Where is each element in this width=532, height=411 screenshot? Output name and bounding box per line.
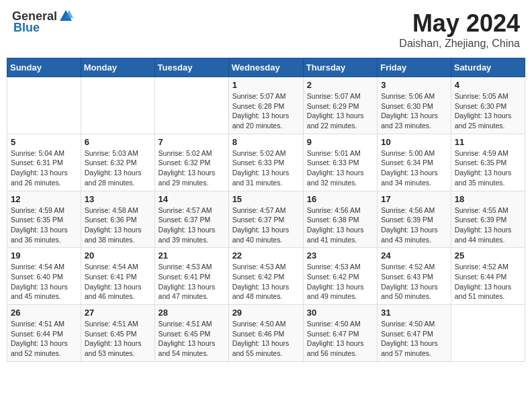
day-number: 9 [307, 137, 373, 147]
calendar-cell: 19Sunrise: 4:54 AMSunset: 6:40 PMDayligh… [7, 248, 81, 305]
calendar-cell: 31Sunrise: 4:50 AMSunset: 6:47 PMDayligh… [378, 305, 451, 362]
calendar-cell: 16Sunrise: 4:56 AMSunset: 6:38 PMDayligh… [303, 191, 377, 248]
calendar-week-2: 12Sunrise: 4:59 AMSunset: 6:35 PMDayligh… [7, 191, 525, 248]
day-number: 12 [11, 194, 77, 204]
calendar-table: SundayMondayTuesdayWednesdayThursdayFrid… [7, 58, 525, 362]
calendar-header-tuesday: Tuesday [154, 58, 228, 77]
calendar-cell: 1Sunrise: 5:07 AMSunset: 6:28 PMDaylight… [228, 77, 303, 134]
calendar-cell: 3Sunrise: 5:06 AMSunset: 6:30 PMDaylight… [378, 77, 451, 134]
logo: General Blue [12, 9, 73, 35]
day-info: Sunrise: 5:01 AMSunset: 6:33 PMDaylight:… [307, 148, 373, 188]
calendar-cell: 2Sunrise: 5:07 AMSunset: 6:29 PMDaylight… [303, 77, 377, 134]
day-number: 5 [11, 137, 77, 147]
calendar-header-saturday: Saturday [451, 58, 525, 77]
calendar-week-1: 5Sunrise: 5:04 AMSunset: 6:31 PMDaylight… [7, 134, 525, 191]
logo-icon [58, 9, 73, 24]
calendar-cell: 11Sunrise: 4:59 AMSunset: 6:35 PMDayligh… [451, 134, 525, 191]
day-number: 30 [307, 308, 373, 318]
day-number: 31 [381, 308, 447, 318]
day-number: 21 [159, 250, 225, 261]
calendar-cell: 13Sunrise: 4:58 AMSunset: 6:36 PMDayligh… [81, 191, 154, 248]
calendar-cell: 18Sunrise: 4:55 AMSunset: 6:39 PMDayligh… [451, 191, 525, 248]
day-number: 15 [232, 194, 300, 204]
day-info: Sunrise: 4:55 AMSunset: 6:39 PMDaylight:… [455, 205, 521, 245]
calendar-cell [81, 77, 154, 134]
day-info: Sunrise: 4:52 AMSunset: 6:44 PMDaylight:… [455, 262, 521, 302]
day-number: 2 [307, 80, 373, 90]
day-info: Sunrise: 5:06 AMSunset: 6:30 PMDaylight:… [381, 91, 447, 131]
calendar-cell: 29Sunrise: 4:50 AMSunset: 6:46 PMDayligh… [228, 305, 303, 362]
calendar-cell: 9Sunrise: 5:01 AMSunset: 6:33 PMDaylight… [303, 134, 377, 191]
day-number: 6 [85, 137, 151, 147]
day-number: 14 [159, 194, 225, 204]
calendar-cell [154, 77, 228, 134]
day-number: 4 [455, 80, 521, 90]
calendar-header-monday: Monday [81, 58, 154, 77]
day-info: Sunrise: 4:56 AMSunset: 6:38 PMDaylight:… [307, 205, 373, 245]
calendar-cell: 23Sunrise: 4:53 AMSunset: 6:42 PMDayligh… [303, 248, 377, 305]
day-info: Sunrise: 4:53 AMSunset: 6:42 PMDaylight:… [307, 262, 373, 302]
day-number: 29 [232, 308, 300, 318]
day-info: Sunrise: 5:04 AMSunset: 6:31 PMDaylight:… [11, 148, 77, 188]
day-info: Sunrise: 4:59 AMSunset: 6:35 PMDaylight:… [455, 148, 521, 188]
day-info: Sunrise: 5:00 AMSunset: 6:34 PMDaylight:… [381, 148, 447, 188]
calendar-body: 1Sunrise: 5:07 AMSunset: 6:28 PMDaylight… [7, 77, 525, 362]
day-number: 17 [381, 194, 447, 204]
day-number: 27 [85, 308, 151, 318]
day-info: Sunrise: 4:54 AMSunset: 6:40 PMDaylight:… [11, 262, 77, 302]
calendar-cell: 6Sunrise: 5:03 AMSunset: 6:32 PMDaylight… [81, 134, 154, 191]
day-number: 10 [381, 137, 447, 147]
day-number: 23 [307, 250, 373, 261]
calendar-cell: 4Sunrise: 5:05 AMSunset: 6:30 PMDaylight… [451, 77, 525, 134]
day-number: 20 [85, 250, 151, 261]
calendar-cell: 7Sunrise: 5:02 AMSunset: 6:32 PMDaylight… [154, 134, 228, 191]
calendar-header-row: SundayMondayTuesdayWednesdayThursdayFrid… [7, 58, 525, 77]
calendar-week-4: 26Sunrise: 4:51 AMSunset: 6:44 PMDayligh… [7, 305, 525, 362]
calendar-header-wednesday: Wednesday [228, 58, 303, 77]
day-number: 13 [85, 194, 151, 204]
day-info: Sunrise: 4:53 AMSunset: 6:41 PMDaylight:… [159, 262, 225, 302]
day-number: 1 [232, 80, 300, 90]
logo-blue-text: Blue [13, 21, 40, 35]
day-info: Sunrise: 5:05 AMSunset: 6:30 PMDaylight:… [455, 91, 521, 131]
day-info: Sunrise: 4:51 AMSunset: 6:45 PMDaylight:… [85, 319, 151, 359]
page-header: General Blue May 2024 Daishan, Zhejiang,… [7, 7, 525, 52]
calendar-cell: 30Sunrise: 4:50 AMSunset: 6:47 PMDayligh… [303, 305, 377, 362]
calendar-cell: 25Sunrise: 4:52 AMSunset: 6:44 PMDayligh… [451, 248, 525, 305]
day-number: 24 [381, 250, 447, 261]
day-number: 11 [455, 137, 521, 147]
day-info: Sunrise: 4:57 AMSunset: 6:37 PMDaylight:… [232, 205, 300, 245]
day-number: 3 [381, 80, 447, 90]
day-info: Sunrise: 4:53 AMSunset: 6:42 PMDaylight:… [232, 262, 300, 302]
calendar-cell: 22Sunrise: 4:53 AMSunset: 6:42 PMDayligh… [228, 248, 303, 305]
day-info: Sunrise: 4:56 AMSunset: 6:39 PMDaylight:… [381, 205, 447, 245]
calendar-cell: 8Sunrise: 5:02 AMSunset: 6:33 PMDaylight… [228, 134, 303, 191]
calendar-cell: 20Sunrise: 4:54 AMSunset: 6:41 PMDayligh… [81, 248, 154, 305]
day-info: Sunrise: 5:02 AMSunset: 6:33 PMDaylight:… [232, 148, 300, 188]
day-number: 16 [307, 194, 373, 204]
calendar-cell: 10Sunrise: 5:00 AMSunset: 6:34 PMDayligh… [378, 134, 451, 191]
day-info: Sunrise: 4:54 AMSunset: 6:41 PMDaylight:… [85, 262, 151, 302]
subtitle: Daishan, Zhejiang, China [399, 38, 520, 50]
day-info: Sunrise: 5:03 AMSunset: 6:32 PMDaylight:… [85, 148, 151, 188]
day-number: 26 [11, 308, 77, 318]
calendar-cell: 27Sunrise: 4:51 AMSunset: 6:45 PMDayligh… [81, 305, 154, 362]
calendar-week-0: 1Sunrise: 5:07 AMSunset: 6:28 PMDaylight… [7, 77, 525, 134]
day-info: Sunrise: 4:59 AMSunset: 6:35 PMDaylight:… [11, 205, 77, 245]
calendar-cell: 17Sunrise: 4:56 AMSunset: 6:39 PMDayligh… [378, 191, 451, 248]
calendar-cell: 21Sunrise: 4:53 AMSunset: 6:41 PMDayligh… [154, 248, 228, 305]
day-info: Sunrise: 5:07 AMSunset: 6:29 PMDaylight:… [307, 91, 373, 131]
day-number: 7 [159, 137, 225, 147]
calendar-cell [451, 305, 525, 362]
calendar-header-sunday: Sunday [7, 58, 81, 77]
day-number: 22 [232, 250, 300, 261]
title-block: May 2024 Daishan, Zhejiang, China [399, 9, 520, 50]
calendar-header-thursday: Thursday [303, 58, 377, 77]
day-number: 25 [455, 250, 521, 261]
calendar-cell: 15Sunrise: 4:57 AMSunset: 6:37 PMDayligh… [228, 191, 303, 248]
day-info: Sunrise: 5:02 AMSunset: 6:32 PMDaylight:… [159, 148, 225, 188]
calendar-cell [7, 77, 81, 134]
day-info: Sunrise: 4:51 AMSunset: 6:44 PMDaylight:… [11, 319, 77, 359]
calendar-cell: 5Sunrise: 5:04 AMSunset: 6:31 PMDaylight… [7, 134, 81, 191]
calendar-cell: 14Sunrise: 4:57 AMSunset: 6:37 PMDayligh… [154, 191, 228, 248]
